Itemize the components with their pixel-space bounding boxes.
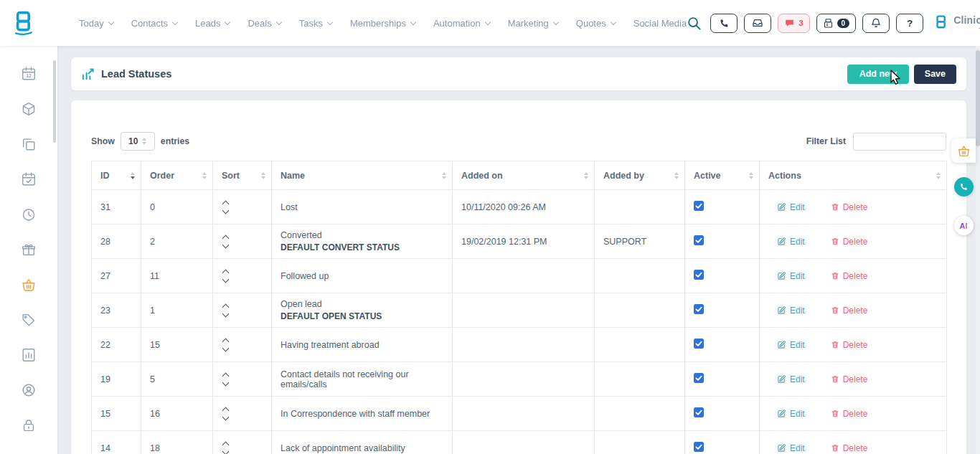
delete-link[interactable]: Delete [831, 271, 868, 281]
edit-link[interactable]: Edit [777, 202, 805, 212]
column-header-added-on[interactable]: Added on [453, 161, 595, 190]
active-checkbox[interactable] [694, 304, 704, 314]
cell-added-by [595, 328, 685, 362]
sidebar-item-products[interactable] [0, 91, 57, 126]
move-down-button[interactable] [222, 413, 230, 420]
active-checkbox[interactable] [694, 373, 704, 383]
sidebar-item-history[interactable] [0, 197, 57, 232]
page-scrollbar[interactable] [976, 46, 980, 454]
cell-sort [213, 259, 272, 293]
delete-link[interactable]: Delete [831, 443, 868, 453]
move-up-button[interactable] [222, 407, 230, 414]
save-button[interactable]: Save [914, 65, 956, 84]
add-new-button[interactable]: Add new [847, 65, 909, 84]
cart-widget-button[interactable] [951, 138, 976, 163]
column-header-order[interactable]: Order [141, 161, 213, 190]
sidebar-item-bookings[interactable] [0, 161, 57, 197]
move-up-button[interactable] [222, 441, 230, 448]
inbox-button[interactable] [744, 14, 771, 33]
sidebar-scrollbar-thumb[interactable] [53, 60, 56, 143]
ai-assistant-button[interactable]: AI [954, 216, 974, 235]
move-down-button[interactable] [222, 310, 230, 317]
chat-button[interactable]: 3 [778, 14, 809, 33]
search-icon[interactable] [687, 16, 702, 31]
delete-link[interactable]: Delete [831, 202, 868, 212]
move-up-button[interactable] [222, 269, 230, 276]
edit-link[interactable]: Edit [777, 340, 805, 350]
move-down-button[interactable] [222, 241, 230, 248]
move-down-button[interactable] [222, 207, 230, 214]
phone-button[interactable] [710, 14, 738, 33]
active-checkbox[interactable] [694, 339, 704, 349]
sort-icon [202, 172, 207, 179]
trash-icon [831, 237, 839, 246]
nav-item-contacts[interactable]: Contacts [131, 18, 177, 29]
cell-id: 15 [92, 397, 141, 431]
edit-link[interactable]: Edit [777, 374, 805, 384]
chevron-down-icon [484, 19, 490, 24]
sidebar-item-security[interactable] [0, 407, 57, 443]
sidebar-item-rewards[interactable] [0, 232, 57, 267]
move-down-button[interactable] [222, 379, 230, 386]
move-down-button[interactable] [222, 275, 230, 283]
page-scrollbar-thumb[interactable] [976, 50, 980, 146]
notifications-button[interactable] [862, 14, 890, 33]
column-header-label: Order [150, 171, 174, 181]
edit-link[interactable]: Edit [777, 271, 805, 281]
nav-item-memberships[interactable]: Memberships [350, 18, 415, 29]
nav-item-tasks[interactable]: Tasks [299, 18, 332, 29]
nav-item-quotes[interactable]: Quotes [576, 18, 616, 29]
move-up-button[interactable] [222, 200, 230, 207]
filter-input[interactable] [853, 133, 946, 151]
brand-logo[interactable]: ClinicSoftware.com TEN STEPS AHEAD [933, 14, 980, 32]
help-button[interactable]: ? [896, 14, 923, 33]
sidebar-item-templates[interactable] [0, 126, 57, 161]
sidebar-item-support[interactable] [0, 372, 57, 407]
move-up-button[interactable] [222, 303, 230, 311]
cell-actions: EditDelete [760, 190, 947, 224]
edit-link[interactable]: Edit [777, 306, 805, 316]
cell-id: 27 [92, 259, 141, 293]
column-header-sort[interactable]: Sort [213, 161, 272, 190]
edit-link[interactable]: Edit [777, 409, 805, 419]
active-checkbox[interactable] [694, 201, 704, 211]
edit-link[interactable]: Edit [777, 443, 805, 453]
nav-item-automation[interactable]: Automation [433, 18, 490, 29]
active-checkbox[interactable] [694, 235, 704, 245]
nav-item-leads[interactable]: Leads [195, 18, 230, 29]
cell-id: 22 [92, 328, 141, 362]
move-down-button[interactable] [222, 448, 230, 454]
brand-name: ClinicSoftware [953, 14, 980, 26]
sidebar-item-pricing[interactable] [0, 302, 57, 337]
move-up-button[interactable] [222, 235, 230, 242]
pos-button[interactable]: 0 [816, 14, 857, 33]
delete-link[interactable]: Delete [831, 340, 868, 350]
delete-link[interactable]: Delete [831, 409, 868, 419]
move-up-button[interactable] [222, 372, 230, 379]
nav-item-deals[interactable]: Deals [248, 18, 281, 29]
column-header-actions[interactable]: Actions [760, 161, 947, 190]
move-down-button[interactable] [222, 344, 230, 351]
move-up-button[interactable] [222, 338, 230, 345]
column-header-active[interactable]: Active [685, 161, 760, 190]
call-widget-button[interactable] [954, 177, 974, 197]
delete-link[interactable]: Delete [831, 374, 868, 384]
column-header-id[interactable]: ID [92, 161, 141, 190]
column-header-name[interactable]: Name [272, 161, 453, 190]
active-checkbox[interactable] [694, 442, 704, 452]
edit-link[interactable]: Edit [777, 237, 805, 247]
entries-select[interactable]: 10 [121, 132, 155, 151]
sidebar-item-shop[interactable] [0, 267, 57, 302]
nav-item-today[interactable]: Today [79, 18, 113, 29]
active-checkbox[interactable] [694, 407, 704, 417]
app-logo[interactable] [11, 10, 36, 36]
sidebar-item-reports[interactable] [0, 337, 57, 372]
nav-item-marketing[interactable]: Marketing [508, 18, 558, 29]
active-checkbox[interactable] [694, 270, 704, 280]
sidebar-item-calendar[interactable]: 12 [0, 56, 57, 91]
delete-link[interactable]: Delete [831, 306, 868, 316]
cell-id: 19 [92, 362, 141, 397]
nav-item-social-media[interactable]: Social Media [633, 18, 687, 29]
column-header-added-by[interactable]: Added by [595, 161, 685, 190]
delete-link[interactable]: Delete [831, 237, 868, 247]
